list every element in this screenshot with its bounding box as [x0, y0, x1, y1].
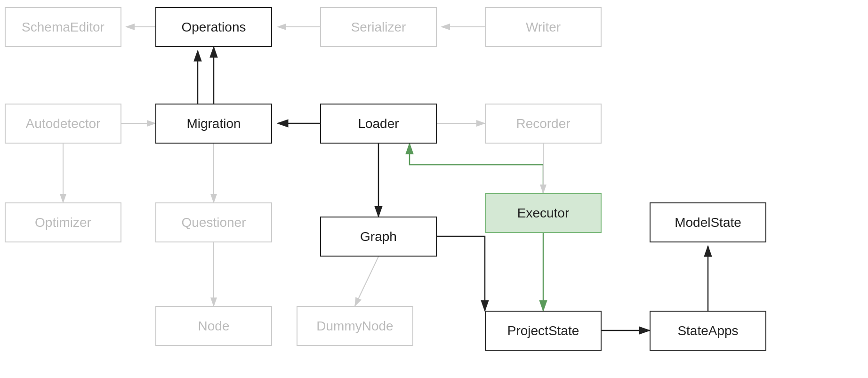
node-projectstate-label: ProjectState	[507, 323, 579, 338]
node-autodetector-label: Autodetector	[26, 116, 101, 131]
node-writer: Writer	[485, 7, 602, 47]
node-modelstate-label: ModelState	[675, 215, 741, 230]
node-loader-label: Loader	[358, 116, 399, 131]
node-recorder: Recorder	[485, 104, 602, 144]
diagram-container: Operations Migration Loader Graph Execut…	[0, 0, 868, 378]
node-executor: Executor	[485, 193, 602, 233]
node-migration: Migration	[155, 104, 272, 144]
node-serializer-label: Serializer	[351, 20, 406, 35]
node-graph-label: Graph	[360, 229, 397, 244]
node-optimizer-label: Optimizer	[35, 215, 91, 230]
node-schemaeditor: SchemaEditor	[5, 7, 121, 47]
node-node: Node	[155, 306, 272, 346]
node-node-label: Node	[198, 319, 230, 334]
node-stateapps-label: StateApps	[677, 323, 738, 338]
node-recorder-label: Recorder	[516, 116, 570, 131]
node-migration-label: Migration	[186, 116, 241, 131]
node-writer-label: Writer	[526, 20, 561, 35]
node-projectstate: ProjectState	[485, 311, 602, 351]
node-questioner-label: Questioner	[182, 215, 246, 230]
node-dummynode-label: DummyNode	[316, 319, 393, 334]
node-optimizer: Optimizer	[5, 202, 121, 242]
node-autodetector: Autodetector	[5, 104, 121, 144]
node-executor-label: Executor	[517, 206, 570, 221]
node-modelstate: ModelState	[650, 202, 766, 242]
node-questioner: Questioner	[155, 202, 272, 242]
node-loader: Loader	[320, 104, 437, 144]
node-operations-label: Operations	[182, 20, 246, 35]
node-graph: Graph	[320, 217, 437, 257]
node-dummynode: DummyNode	[297, 306, 413, 346]
node-schemaeditor-label: SchemaEditor	[22, 20, 104, 35]
node-serializer: Serializer	[320, 7, 437, 47]
node-stateapps: StateApps	[650, 311, 766, 351]
svg-line-14	[355, 257, 378, 306]
node-operations: Operations	[155, 7, 272, 47]
